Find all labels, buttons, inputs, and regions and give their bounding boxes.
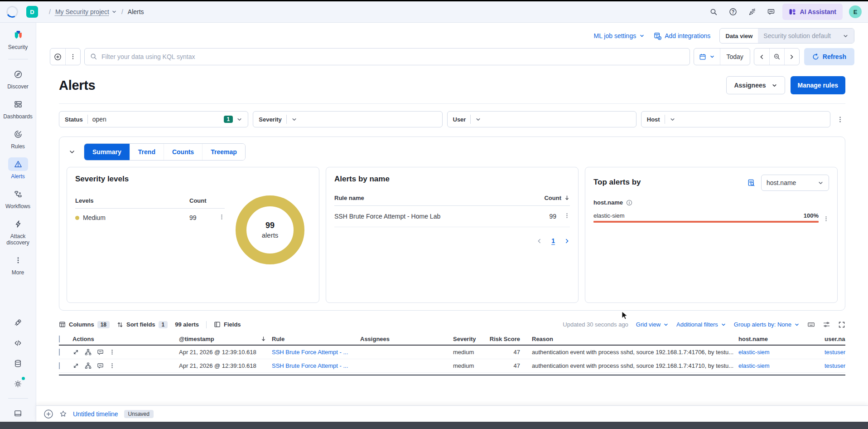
collapse-summary-chevron-icon[interactable] [67, 146, 77, 157]
select-all-checkbox[interactable] [59, 336, 60, 342]
inspect-icon[interactable] [747, 179, 756, 187]
previous-time-window-button[interactable] [754, 49, 769, 65]
display-options-icon[interactable] [823, 321, 830, 328]
header-timestamp[interactable]: @timestamp [179, 336, 272, 342]
user-avatar[interactable]: E [849, 5, 862, 18]
top-alerts-field-select[interactable]: host.name [761, 175, 829, 191]
sidebar-item-security[interactable]: Security [0, 28, 36, 50]
rule-name-cell[interactable]: SSH Brute Force Attempt - Home Lab [334, 213, 538, 220]
status-filter[interactable]: Status open 1 [59, 111, 248, 127]
sidebar-item-more[interactable]: More [0, 253, 36, 276]
rule-row-kebab-icon[interactable] [556, 213, 570, 220]
fields-button[interactable]: Fields [214, 321, 241, 328]
tab-counts[interactable]: Counts [164, 144, 202, 160]
expand-alert-icon[interactable] [72, 349, 79, 356]
filters-kebab-icon[interactable] [835, 116, 845, 123]
grid-view-dropdown[interactable]: Grid view [636, 321, 669, 328]
top-alert-kebab-icon[interactable] [823, 216, 829, 223]
cell-host-name[interactable]: elastic-siem [738, 349, 825, 356]
whats-new-icon[interactable] [744, 4, 760, 20]
header-assignees[interactable]: Assignees [360, 336, 453, 342]
sidebar-item-rules[interactable]: Rules [0, 127, 36, 150]
row-checkbox[interactable] [59, 349, 60, 356]
date-picker-calendar-button[interactable] [694, 49, 720, 65]
breadcrumb-separator: / [49, 8, 51, 15]
columns-button[interactable]: Columns 18 [59, 321, 110, 328]
cell-host-name[interactable]: elastic-siem [738, 362, 825, 369]
ai-assistant-button[interactable]: AI Assistant [782, 4, 843, 20]
header-severity[interactable]: Severity [453, 336, 487, 342]
row-kebab-icon[interactable] [109, 349, 115, 355]
cell-rule-link[interactable]: SSH Brute Force Attempt - ... [272, 362, 360, 369]
add-timeline-plus-icon[interactable] [43, 409, 53, 419]
severity-row-kebab-icon[interactable] [213, 214, 225, 221]
header-user-name[interactable]: user.nam [825, 336, 845, 342]
col-count-sorted[interactable]: Count [544, 195, 570, 201]
fullscreen-icon[interactable] [838, 321, 845, 328]
page-next-chevron-icon[interactable] [564, 238, 570, 244]
analyze-event-icon[interactable] [85, 362, 92, 369]
col-rule-name[interactable]: Rule name [334, 195, 364, 201]
favorite-star-icon[interactable] [59, 410, 67, 418]
info-icon[interactable] [626, 200, 632, 206]
kql-search-input[interactable] [101, 53, 684, 60]
rocket-icon[interactable] [11, 317, 25, 328]
page-number[interactable]: 1 [551, 237, 555, 244]
breadcrumb-project[interactable]: My Security project [55, 8, 117, 15]
next-time-window-button[interactable] [784, 49, 799, 65]
zoom-out-icon[interactable] [769, 49, 784, 65]
refresh-button[interactable]: Refresh [804, 48, 854, 65]
sidebar-item-attack-discovery[interactable]: Attack discovery [0, 217, 36, 246]
sidebar-item-alerts[interactable]: Alerts [0, 157, 36, 180]
cell-rule-link[interactable]: SSH Brute Force Attempt - ... [272, 349, 360, 356]
help-icon[interactable]: ? [725, 4, 741, 20]
user-filter[interactable]: User [447, 111, 637, 127]
group-alerts-by-dropdown[interactable]: Group alerts by: None [734, 321, 800, 328]
cell-user-name[interactable]: testuser [825, 362, 845, 369]
comment-icon[interactable] [97, 362, 104, 369]
page-prev-chevron-icon[interactable] [536, 238, 542, 244]
bottom-panel-icon[interactable] [11, 407, 25, 419]
add-filter-button[interactable] [50, 49, 65, 65]
tab-summary[interactable]: Summary [84, 144, 130, 160]
database-icon[interactable] [11, 357, 25, 369]
data-view-picker[interactable]: Data view Security solution default [719, 28, 854, 44]
sidebar-item-dashboards[interactable]: Dashboards [0, 98, 36, 120]
sort-fields-button[interactable]: Sort fields 1 [117, 321, 168, 328]
ml-job-settings-button[interactable]: ML job settings [594, 32, 645, 39]
date-range-label[interactable]: Today [720, 49, 750, 65]
cell-reason[interactable]: authentication event with process sshd, … [526, 349, 738, 356]
header-host-name[interactable]: host.name [738, 336, 825, 342]
assignees-button[interactable]: Assignees [726, 76, 785, 94]
row-kebab-icon[interactable] [109, 363, 115, 369]
sidebar-item-discover[interactable]: Discover [0, 68, 36, 90]
top-alert-name[interactable]: elastic-siem [593, 212, 625, 219]
header-reason[interactable]: Reason [526, 336, 738, 342]
tab-treemap[interactable]: Treemap [202, 144, 245, 160]
analyze-event-icon[interactable] [85, 349, 92, 356]
severity-filter[interactable]: Severity [253, 111, 442, 127]
row-checkbox[interactable] [59, 362, 60, 369]
comment-icon[interactable] [97, 349, 104, 356]
severity-col-levels: Levels [75, 197, 189, 204]
space-badge[interactable]: D [26, 6, 38, 18]
cell-risk-score: 47 [487, 362, 526, 369]
feedback-icon[interactable] [763, 4, 779, 20]
host-filter[interactable]: Host [641, 111, 830, 127]
keyboard-shortcuts-icon[interactable] [807, 321, 815, 328]
code-icon[interactable] [11, 337, 25, 349]
expand-alert-icon[interactable] [72, 362, 79, 369]
add-integrations-button[interactable]: Add integrations [654, 32, 710, 40]
search-icon[interactable] [706, 4, 722, 20]
cell-user-name[interactable]: testuser [825, 349, 845, 356]
gear-icon[interactable] [11, 378, 25, 390]
additional-filters-dropdown[interactable]: Additional filters [676, 321, 726, 328]
tab-trend[interactable]: Trend [130, 144, 164, 160]
header-rule[interactable]: Rule [272, 336, 360, 342]
cell-reason[interactable]: authentication event with process sshd, … [526, 362, 738, 369]
header-risk-score[interactable]: Risk Score [487, 336, 526, 342]
timeline-title[interactable]: Untitled timeline [73, 410, 118, 418]
manage-rules-button[interactable]: Manage rules [791, 76, 845, 94]
query-menu-kebab-icon[interactable] [65, 49, 80, 65]
sidebar-item-workflows[interactable]: Workflows [0, 187, 36, 210]
